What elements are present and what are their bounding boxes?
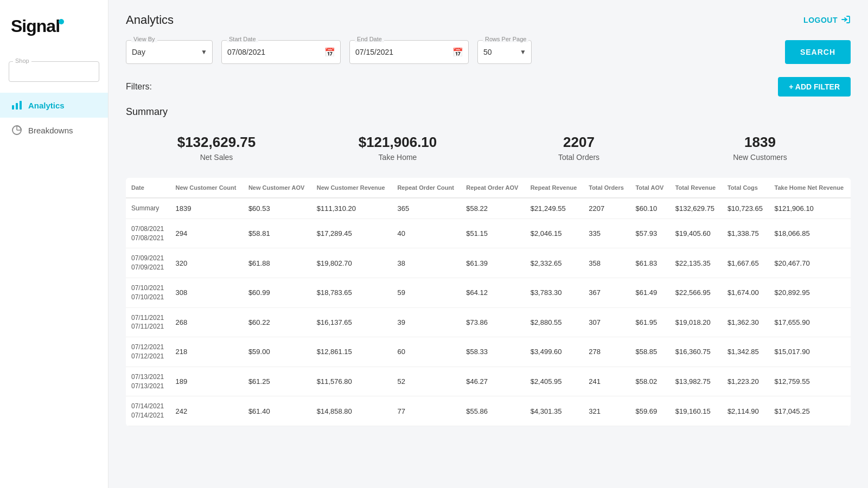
cell-total-cogs: $10,723.65 bbox=[722, 198, 769, 219]
summary-card-total-orders: 2207 Total Orders bbox=[488, 129, 669, 167]
cell-new-customer-revenue: $111,310.20 bbox=[311, 198, 392, 219]
cell-repeat-order-count: 40 bbox=[392, 219, 461, 248]
cell-repeat-order-aov: $51.15 bbox=[461, 219, 525, 248]
logo: Signal bbox=[11, 16, 65, 36]
cell-repeat-order-aov: $61.39 bbox=[461, 248, 525, 278]
cell-total-aov: $61.95 bbox=[630, 307, 669, 337]
cell-new-customer-count: 242 bbox=[170, 396, 243, 426]
cell-total-revenue: $22,135.35 bbox=[670, 248, 722, 278]
sidebar-item-analytics[interactable]: Analytics bbox=[0, 93, 108, 118]
total-orders-value: 2207 bbox=[563, 134, 595, 151]
analytics-label: Analytics bbox=[28, 101, 65, 110]
cell-total-revenue: $16,360.75 bbox=[670, 337, 722, 367]
sidebar: Signal Shop Analytics bbox=[0, 0, 108, 488]
shop-input[interactable] bbox=[9, 61, 99, 82]
cell-total-aov: $58.02 bbox=[630, 367, 669, 396]
cell-new-customer-revenue: $17,289.45 bbox=[311, 219, 392, 248]
rows-per-page-wrapper: 10 25 50 100 ▼ bbox=[477, 40, 532, 64]
add-filter-button[interactable]: + ADD FILTER bbox=[778, 77, 851, 97]
cell-total-revenue: $19,160.15 bbox=[670, 396, 722, 426]
cell-repeat-order-count: 60 bbox=[392, 337, 461, 367]
analytics-table: Date New Customer Count New Customer AOV… bbox=[126, 178, 851, 426]
table-row: Summary 1839 $60.53 $111,310.20 365 $58.… bbox=[126, 198, 851, 219]
cell-total-cogs: $1,667.65 bbox=[722, 248, 769, 278]
summary-cards: $132,629.75 Net Sales $121,906.10 Take H… bbox=[126, 129, 851, 167]
shop-label: Shop bbox=[13, 57, 31, 64]
sidebar-item-breakdowns[interactable]: Breakdowns bbox=[0, 118, 108, 143]
cell-new-customer-aov: $60.22 bbox=[243, 307, 311, 337]
cell-repeat-order-aov: $58.33 bbox=[461, 337, 525, 367]
table-row: 07/09/202107/09/2021 320 $61.88 $19,802.… bbox=[126, 248, 851, 278]
cell-repeat-order-aov: $73.86 bbox=[461, 307, 525, 337]
cell-total-cogs: $1,338.75 bbox=[722, 219, 769, 248]
cell-repeat-order-aov: $58.22 bbox=[461, 198, 525, 219]
rows-per-page-label: Rows Per Page bbox=[483, 36, 528, 42]
controls-row: View By Day Week Month ▼ Start Date 📅 En… bbox=[108, 36, 868, 73]
analytics-icon bbox=[11, 99, 23, 111]
cell-new-customer-count: 268 bbox=[170, 307, 243, 337]
col-repeat-order-count: Repeat Order Count bbox=[392, 178, 461, 198]
cell-new-customer-count: 308 bbox=[170, 278, 243, 307]
net-sales-value: $132,629.75 bbox=[177, 134, 256, 151]
end-date-wrapper: 📅 bbox=[349, 40, 469, 64]
logout-button[interactable]: LOGOUT bbox=[803, 15, 851, 26]
col-total-cogs: Total Cogs bbox=[722, 178, 769, 198]
table-row: 07/08/202107/08/2021 294 $58.81 $17,289.… bbox=[126, 219, 851, 248]
cell-total-revenue: $19,018.20 bbox=[670, 307, 722, 337]
cell-repeat-order-count: 59 bbox=[392, 278, 461, 307]
cell-total-orders: 2207 bbox=[583, 198, 630, 219]
rows-per-page-group: Rows Per Page 10 25 50 100 ▼ bbox=[477, 40, 532, 64]
cell-take-home-net-revenue: $12,759.55 bbox=[769, 367, 851, 396]
svg-rect-0 bbox=[12, 105, 14, 110]
cell-repeat-order-count: 52 bbox=[392, 367, 461, 396]
start-date-input[interactable] bbox=[221, 40, 341, 64]
col-take-home-net-revenue: Take Home Net Revenue bbox=[769, 178, 851, 198]
cell-new-customer-count: 320 bbox=[170, 248, 243, 278]
col-new-customer-count: New Customer Count bbox=[170, 178, 243, 198]
end-date-group: End Date 📅 bbox=[349, 40, 469, 64]
cell-take-home-net-revenue: $18,066.85 bbox=[769, 219, 851, 248]
cell-date: 07/13/202107/13/2021 bbox=[126, 367, 170, 396]
col-repeat-revenue: Repeat Revenue bbox=[525, 178, 584, 198]
cell-total-revenue: $19,405.60 bbox=[670, 219, 722, 248]
cell-new-customer-revenue: $11,576.80 bbox=[311, 367, 392, 396]
cell-total-revenue: $13,982.75 bbox=[670, 367, 722, 396]
cell-repeat-order-count: 38 bbox=[392, 248, 461, 278]
cell-repeat-order-count: 39 bbox=[392, 307, 461, 337]
cell-repeat-revenue: $3,783.30 bbox=[525, 278, 584, 307]
cell-total-orders: 321 bbox=[583, 396, 630, 426]
cell-take-home-net-revenue: $20,892.95 bbox=[769, 278, 851, 307]
cell-date: 07/12/202107/12/2021 bbox=[126, 337, 170, 367]
col-repeat-order-aov: Repeat Order AOV bbox=[461, 178, 525, 198]
end-date-input[interactable] bbox=[349, 40, 469, 64]
new-customers-label: New Customers bbox=[733, 153, 787, 162]
view-by-select[interactable]: Day Week Month bbox=[126, 40, 213, 64]
cell-date: 07/09/202107/09/2021 bbox=[126, 248, 170, 278]
svg-rect-1 bbox=[16, 103, 18, 110]
summary-card-take-home: $121,906.10 Take Home bbox=[307, 129, 488, 167]
rows-per-page-select[interactable]: 10 25 50 100 bbox=[477, 40, 532, 64]
cell-total-revenue: $132,629.75 bbox=[670, 198, 722, 219]
new-customers-value: 1839 bbox=[744, 134, 776, 151]
cell-total-cogs: $1,362.30 bbox=[722, 307, 769, 337]
breakdowns-label: Breakdowns bbox=[28, 126, 73, 135]
cell-new-customer-count: 218 bbox=[170, 337, 243, 367]
logout-label: LOGOUT bbox=[803, 16, 838, 24]
cell-total-orders: 307 bbox=[583, 307, 630, 337]
search-button[interactable]: SEARCH bbox=[785, 40, 851, 64]
cell-take-home-net-revenue: $121,906.10 bbox=[769, 198, 851, 219]
cell-new-customer-count: 189 bbox=[170, 367, 243, 396]
col-new-customer-revenue: New Customer Revenue bbox=[311, 178, 392, 198]
cell-repeat-revenue: $4,301.35 bbox=[525, 396, 584, 426]
filters-label: Filters: bbox=[126, 82, 152, 92]
cell-new-customer-count: 294 bbox=[170, 219, 243, 248]
cell-new-customer-count: 1839 bbox=[170, 198, 243, 219]
cell-date: 07/10/202107/10/2021 bbox=[126, 278, 170, 307]
cell-date: 07/14/202107/14/2021 bbox=[126, 396, 170, 426]
cell-repeat-order-aov: $64.12 bbox=[461, 278, 525, 307]
cell-total-aov: $57.93 bbox=[630, 219, 669, 248]
cell-repeat-revenue: $21,249.55 bbox=[525, 198, 584, 219]
col-total-revenue: Total Revenue bbox=[670, 178, 722, 198]
start-date-label: Start Date bbox=[227, 36, 258, 42]
cell-new-customer-revenue: $16,137.65 bbox=[311, 307, 392, 337]
